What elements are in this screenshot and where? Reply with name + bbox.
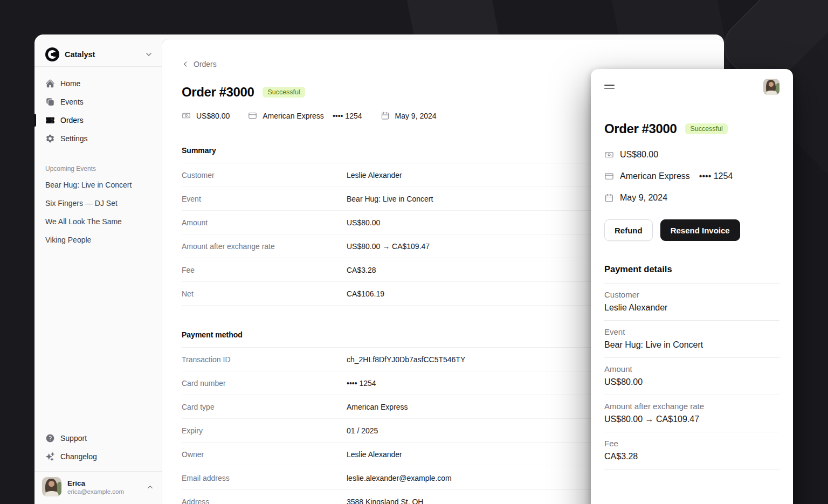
credit-card-icon bbox=[248, 111, 257, 120]
table-row: NetCA$106.19 bbox=[182, 282, 603, 306]
sidebar-item-orders[interactable]: Orders bbox=[39, 111, 157, 129]
order-card: American Express •••• 1254 bbox=[248, 111, 362, 120]
chevron-down-icon bbox=[144, 50, 153, 59]
table-row: Transaction IDch_2HLf8DfYJ0Db7asfCC5T546… bbox=[182, 348, 603, 371]
resend-invoice-button[interactable]: Resend Invoice bbox=[660, 219, 740, 241]
detail-row: Customer Leslie Alexander bbox=[604, 284, 779, 321]
sidebar-item-support[interactable]: Support bbox=[39, 429, 157, 447]
status-badge: Successful bbox=[685, 123, 727, 134]
square-stack-icon bbox=[45, 97, 55, 107]
sidebar-event-link[interactable]: Six Fingers — DJ Set bbox=[39, 194, 157, 212]
order-amount: US$80.00 bbox=[604, 144, 779, 165]
calendar-icon bbox=[381, 111, 390, 120]
mobile-preview-card: Order #3000 Successful US$80.00 American… bbox=[591, 69, 793, 504]
table-row: FeeCA$3.28 bbox=[182, 258, 603, 282]
sidebar-item-settings[interactable]: Settings bbox=[39, 129, 157, 148]
banknote-icon bbox=[182, 111, 191, 120]
page-title: Order #3000 bbox=[182, 85, 254, 100]
calendar-icon bbox=[604, 193, 614, 203]
avatar bbox=[42, 477, 61, 496]
user-name: Erica bbox=[67, 479, 124, 487]
banknote-icon bbox=[604, 150, 614, 160]
sidebar-event-link[interactable]: We All Look The Same bbox=[39, 212, 157, 231]
table-row: Expiry01 / 2025 bbox=[182, 419, 603, 443]
credit-card-icon bbox=[604, 171, 614, 181]
user-email: erica@example.com bbox=[67, 488, 124, 495]
order-date: May 9, 2024 bbox=[381, 111, 437, 120]
sidebar-footer: Support Changelog Erica erica@example.co… bbox=[34, 429, 162, 504]
sparkles-icon bbox=[45, 452, 55, 461]
sidebar-event-link[interactable]: Viking People bbox=[39, 231, 157, 249]
home-icon bbox=[45, 79, 55, 88]
user-menu[interactable]: Erica erica@example.com bbox=[34, 472, 162, 504]
sidebar-item-home[interactable]: Home bbox=[39, 74, 157, 93]
order-date: May 9, 2024 bbox=[604, 187, 779, 209]
table-row: CustomerLeslie Alexander bbox=[182, 163, 603, 187]
upcoming-events-heading: Upcoming Events bbox=[45, 165, 151, 172]
question-circle-icon bbox=[45, 433, 55, 443]
detail-row: Amount US$80.00 bbox=[604, 358, 779, 395]
chevron-up-icon bbox=[146, 483, 154, 491]
table-row: Card number•••• 1254 bbox=[182, 371, 603, 395]
gear-icon bbox=[45, 134, 55, 143]
catalyst-logo-icon bbox=[45, 47, 59, 61]
table-row: EventBear Hug: Live in Concert bbox=[182, 187, 603, 211]
detail-row: Event Bear Hug: Live in Concert bbox=[604, 321, 779, 358]
order-meta: US$80.00 American Express •••• 1254 May … bbox=[604, 144, 779, 209]
breadcrumb[interactable]: Orders bbox=[182, 60, 217, 68]
sidebar-item-changelog[interactable]: Changelog bbox=[39, 447, 157, 466]
sidebar-item-events[interactable]: Events bbox=[39, 93, 157, 111]
detail-row: Amount after exchange rate US$80.00 → CA… bbox=[604, 395, 779, 432]
sidebar: Catalyst Home Events Orders Settings Up bbox=[34, 34, 162, 504]
status-badge: Successful bbox=[263, 87, 305, 98]
table-row: Amount after exchange rateUS$80.00 → CA$… bbox=[182, 234, 603, 258]
table-row: OwnerLeslie Alexander bbox=[182, 443, 603, 466]
summary-table: CustomerLeslie Alexander EventBear Hug: … bbox=[182, 163, 603, 306]
section-heading-payment-details: Payment details bbox=[604, 264, 779, 274]
payment-method-table: Transaction IDch_2HLf8DfYJ0Db7asfCC5T546… bbox=[182, 347, 603, 504]
refund-button[interactable]: Refund bbox=[604, 219, 653, 241]
detail-row: Fee CA$3.28 bbox=[604, 432, 779, 470]
order-card: American Express •••• 1254 bbox=[604, 165, 779, 187]
table-row: Email addressleslie.alexander@example.co… bbox=[182, 466, 603, 490]
table-row: Address3588 Kingsland St, OH bbox=[182, 490, 603, 504]
page-title: Order #3000 bbox=[604, 121, 677, 136]
table-row: AmountUS$80.00 bbox=[182, 211, 603, 234]
active-indicator bbox=[34, 114, 36, 127]
avatar[interactable] bbox=[763, 79, 779, 95]
sidebar-event-link[interactable]: Bear Hug: Live in Concert bbox=[39, 176, 157, 194]
workspace-switcher[interactable]: Catalyst bbox=[34, 34, 162, 67]
order-amount: US$80.00 bbox=[182, 111, 230, 120]
sidebar-nav: Home Events Orders Settings bbox=[39, 74, 157, 148]
brand-name: Catalyst bbox=[65, 50, 139, 59]
table-row: Card typeAmerican Express bbox=[182, 395, 603, 419]
menu-icon[interactable] bbox=[604, 80, 618, 94]
chevron-left-icon bbox=[182, 60, 189, 68]
ticket-icon bbox=[45, 115, 55, 125]
